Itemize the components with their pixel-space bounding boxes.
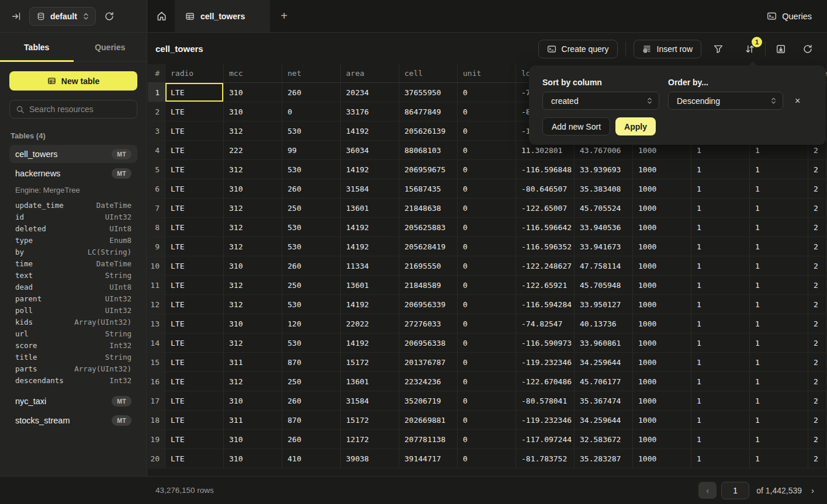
table-cell[interactable]: 33176 — [341, 102, 399, 121]
table-cell[interactable]: 39038 — [341, 449, 399, 468]
table-cell[interactable]: -122.670486 — [516, 372, 575, 391]
table-cell[interactable]: 13601 — [341, 372, 399, 391]
table-cell[interactable]: -122.65007 — [516, 199, 575, 218]
table-cell[interactable]: 0 — [458, 295, 516, 314]
row-number-cell[interactable]: 16 — [148, 372, 165, 391]
table-cell[interactable]: 15687435 — [399, 179, 458, 199]
sort-column-select[interactable]: created — [542, 92, 659, 110]
row-number-cell[interactable]: 7 — [148, 199, 165, 218]
column-header-radio[interactable]: radio — [165, 64, 224, 83]
sidebar-item-nyc-taxi[interactable]: nyc_taxi MT — [9, 392, 137, 410]
table-cell[interactable]: 1 — [750, 276, 808, 295]
table-cell[interactable]: -116.596642 — [516, 218, 575, 237]
table-cell[interactable]: -116.594284 — [516, 295, 575, 314]
table-cell[interactable]: 2 — [808, 256, 827, 276]
table-cell[interactable]: 27276033 — [399, 314, 458, 333]
table-cell[interactable]: 0 — [458, 372, 516, 391]
table-cell[interactable]: 1 — [691, 237, 750, 256]
row-number-cell[interactable]: 10 — [148, 256, 165, 276]
row-number-cell[interactable]: 20 — [148, 449, 165, 468]
table-cell[interactable]: 1000 — [633, 160, 691, 179]
table-cell[interactable]: 1000 — [633, 256, 691, 276]
table-cell[interactable]: 1 — [691, 411, 750, 430]
table-cell[interactable]: 260 — [282, 83, 341, 102]
table-cell[interactable]: 410 — [282, 449, 341, 468]
table-cell[interactable]: 0 — [458, 411, 516, 430]
table-cell[interactable]: 207781138 — [399, 430, 458, 449]
table-cell[interactable]: 312 — [224, 218, 282, 237]
table-cell[interactable]: 870 — [282, 353, 341, 372]
table-cell[interactable]: 530 — [282, 121, 341, 141]
table-cell[interactable]: 2 — [808, 391, 827, 411]
table-cell[interactable]: 36034 — [341, 141, 399, 160]
table-cell[interactable]: LTE — [165, 295, 224, 314]
table-cell[interactable]: 0 — [458, 218, 516, 237]
table-cell[interactable]: 21848638 — [399, 199, 458, 218]
table-cell[interactable]: 310 — [224, 102, 282, 121]
table-cell[interactable]: 1 — [691, 256, 750, 276]
table-cell[interactable]: 310 — [224, 256, 282, 276]
row-number-cell[interactable]: 12 — [148, 295, 165, 314]
table-cell[interactable]: 99 — [282, 141, 341, 160]
table-cell[interactable]: -119.232346 — [516, 411, 575, 430]
table-cell[interactable]: 311 — [224, 411, 282, 430]
new-tab-button[interactable]: + — [270, 0, 298, 32]
table-cell[interactable]: 2 — [808, 295, 827, 314]
table-cell[interactable]: 35206719 — [399, 391, 458, 411]
table-cell[interactable]: -116.596848 — [516, 160, 575, 179]
row-number-cell[interactable]: 14 — [148, 333, 165, 353]
table-cell[interactable]: LTE — [165, 199, 224, 218]
table-cell[interactable]: LTE — [165, 102, 224, 121]
table-cell[interactable]: -81.783752 — [516, 449, 575, 468]
table-cell[interactable]: LTE — [165, 121, 224, 141]
database-selector[interactable]: default — [29, 7, 96, 26]
table-cell[interactable]: 86477849 — [399, 102, 458, 121]
table-cell[interactable]: 34.259644 — [575, 353, 633, 372]
table-cell[interactable]: 0 — [458, 391, 516, 411]
table-cell[interactable]: 14192 — [341, 237, 399, 256]
new-table-button[interactable]: New table — [9, 71, 137, 91]
queries-button[interactable]: Queries — [767, 0, 827, 32]
table-cell[interactable]: -80.646507 — [516, 179, 575, 199]
table-cell[interactable]: 1 — [750, 372, 808, 391]
table-cell[interactable]: 2 — [808, 179, 827, 199]
table-cell[interactable]: -74.82547 — [516, 314, 575, 333]
table-cell[interactable]: 1 — [750, 449, 808, 468]
table-cell[interactable]: 310 — [224, 449, 282, 468]
table-cell[interactable]: 37655950 — [399, 83, 458, 102]
table-cell[interactable]: 45.706177 — [575, 372, 633, 391]
table-cell[interactable]: 11334 — [341, 256, 399, 276]
table-cell[interactable]: 39144717 — [399, 449, 458, 468]
table-cell[interactable]: LTE — [165, 333, 224, 353]
table-cell[interactable]: LTE — [165, 353, 224, 372]
table-cell[interactable]: 1000 — [633, 314, 691, 333]
table-cell[interactable]: 312 — [224, 237, 282, 256]
table-cell[interactable]: 1 — [750, 179, 808, 199]
table-cell[interactable]: 1 — [691, 430, 750, 449]
insert-row-button[interactable]: Insert row — [634, 40, 701, 58]
table-cell[interactable]: 0 — [458, 314, 516, 333]
table-cell[interactable]: 530 — [282, 295, 341, 314]
table-cell[interactable]: 1 — [750, 256, 808, 276]
table-cell[interactable]: 47.758114 — [575, 256, 633, 276]
table-cell[interactable]: LTE — [165, 411, 224, 430]
table-cell[interactable]: 33.941673 — [575, 237, 633, 256]
table-cell[interactable]: 1000 — [633, 179, 691, 199]
table-cell[interactable]: 120 — [282, 314, 341, 333]
table-cell[interactable]: 260 — [282, 391, 341, 411]
table-cell[interactable]: 1 — [691, 276, 750, 295]
table-cell[interactable]: 312 — [224, 160, 282, 179]
row-number-cell[interactable]: 3 — [148, 121, 165, 141]
table-cell[interactable]: LTE — [165, 141, 224, 160]
table-cell[interactable]: 250 — [282, 199, 341, 218]
row-number-cell[interactable]: 11 — [148, 276, 165, 295]
remove-sort-button[interactable]: × — [795, 96, 800, 106]
table-cell[interactable]: 1 — [691, 314, 750, 333]
table-cell[interactable]: 33.940536 — [575, 218, 633, 237]
table-cell[interactable]: 12172 — [341, 430, 399, 449]
sidebar-item-stocks-stream[interactable]: stocks_stream MT — [9, 411, 137, 429]
table-cell[interactable]: 21695550 — [399, 256, 458, 276]
table-cell[interactable]: 250 — [282, 372, 341, 391]
table-cell[interactable]: LTE — [165, 430, 224, 449]
table-cell[interactable]: -117.097244 — [516, 430, 575, 449]
